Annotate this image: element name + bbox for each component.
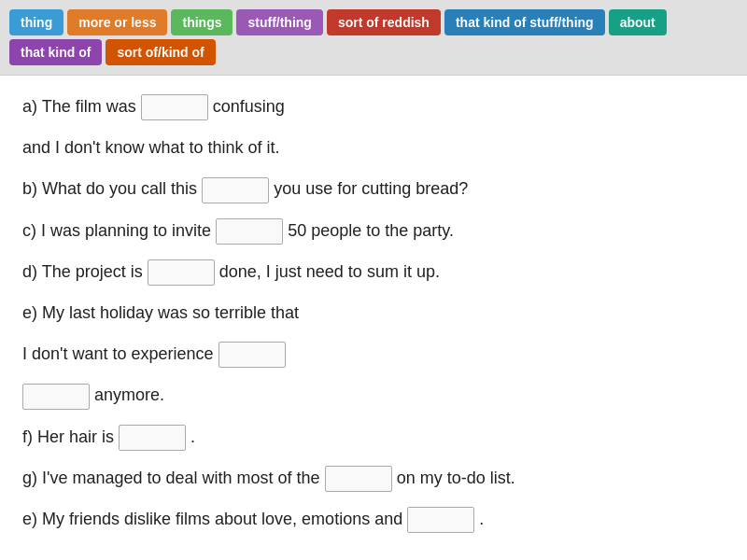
tag-btn-6[interactable]: about <box>609 9 667 35</box>
blank-input[interactable] <box>22 384 90 410</box>
sentence-text: a) The film was <box>22 97 136 116</box>
sentence-text: on my to-do list. <box>397 469 515 487</box>
sentence-and: and I don't know what to think of it. <box>22 132 725 163</box>
sentence-text: confusing <box>213 97 285 116</box>
sentence-d: d) The project is done, I just need to s… <box>22 256 725 287</box>
tag-btn-8[interactable]: sort of/kind of <box>106 39 215 65</box>
blank-input[interactable] <box>202 177 269 203</box>
sentence-text: you use for cutting bread? <box>274 179 468 198</box>
tag-btn-0[interactable]: thing <box>9 9 63 35</box>
sentence-text: g) I've managed to deal with most of the <box>22 469 320 487</box>
sentence-text: and I don't know what to think of it. <box>22 138 280 157</box>
sentence-f: f) Her hair is . <box>22 421 725 453</box>
tag-btn-7[interactable]: that kind of <box>9 39 102 65</box>
sentence-b: b) What do you call this you use for cut… <box>22 173 725 204</box>
tag-btn-2[interactable]: things <box>171 9 233 35</box>
content-area: a) The film was confusing and I don't kn… <box>0 76 747 559</box>
tag-btn-1[interactable]: more or less <box>67 9 167 35</box>
sentence-h: e) My friends dislike films about love, … <box>22 503 725 535</box>
sentence-e2: I don't want to experience <box>22 338 725 370</box>
sentence-text: f) Her hair is <box>22 427 114 446</box>
sentence-text: . <box>479 510 484 528</box>
sentence-text: 50 people to the party. <box>288 221 454 240</box>
toolbar: thingmore or lessthingsstuff/thingsort o… <box>0 0 747 76</box>
blank-input[interactable] <box>141 94 208 120</box>
sentence-text: e) My last holiday was so terrible that <box>22 303 299 322</box>
sentence-text: b) What do you call this <box>22 179 197 198</box>
blank-input[interactable] <box>119 425 186 451</box>
sentence-text: anymore. <box>94 385 164 404</box>
sentence-text: e) My friends dislike films about love, … <box>22 510 402 528</box>
blank-input[interactable] <box>218 342 286 368</box>
tag-btn-5[interactable]: that kind of stuff/thing <box>444 9 605 35</box>
sentence-text: d) The project is <box>22 262 143 281</box>
blank-input[interactable] <box>325 466 392 492</box>
sentence-text: I don't want to experience <box>22 344 214 363</box>
sentence-g: g) I've managed to deal with most of the… <box>22 462 725 494</box>
sentence-text: c) I was planning to invite <box>22 221 211 240</box>
blank-input[interactable] <box>216 218 283 245</box>
sentence-e1: e) My last holiday was so terrible that <box>22 297 725 329</box>
blank-input[interactable] <box>407 507 474 533</box>
tag-btn-3[interactable]: stuff/thing <box>236 9 322 35</box>
sentence-text: . <box>190 427 195 446</box>
tag-btn-4[interactable]: sort of reddish <box>327 9 441 35</box>
sentence-c: c) I was planning to invite 50 people to… <box>22 215 725 246</box>
blank-input[interactable] <box>148 259 215 286</box>
sentence-text: done, I just need to sum it up. <box>219 262 440 281</box>
sentence-e3: anymore. <box>22 379 725 411</box>
sentence-a: a) The film was confusing <box>22 91 725 122</box>
